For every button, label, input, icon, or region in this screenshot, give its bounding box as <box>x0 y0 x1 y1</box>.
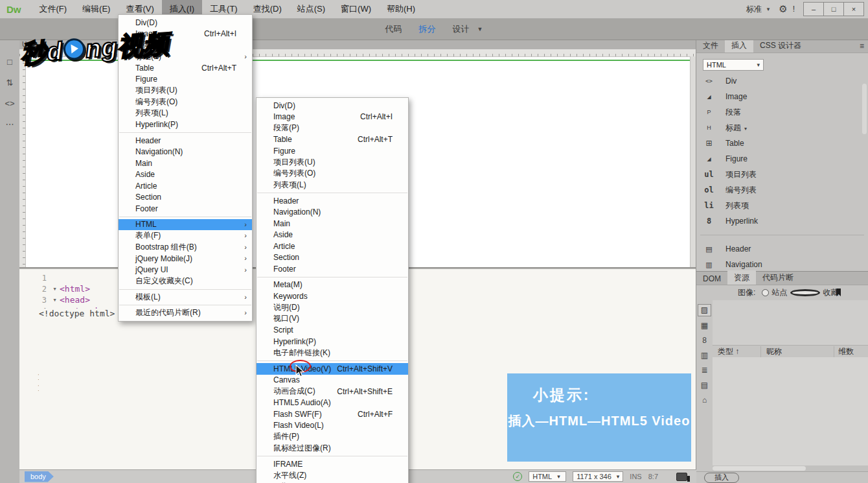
dom-tab[interactable]: DOM <box>696 272 727 285</box>
menu-item[interactable]: 视口(V) › <box>257 313 408 325</box>
menu-item[interactable]: 插件(P) › <box>257 431 408 443</box>
menu-item[interactable]: 电子邮件链接(K) › <box>257 348 408 359</box>
doctype-select[interactable]: HTML ▾ <box>529 471 566 482</box>
menu-item[interactable]: jQuery UI › <box>119 265 252 276</box>
menu-item[interactable]: Flash Video(L) › <box>257 420 408 432</box>
panel-tab[interactable]: CSS 设计器 <box>753 38 808 53</box>
assets-radio[interactable]: 站点 <box>762 287 787 298</box>
menu-item[interactable]: 项目列表(U) › <box>119 85 252 97</box>
insert-panel-item[interactable]: Header <box>696 241 868 257</box>
insert-panel-item[interactable]: 标题 <box>696 120 868 135</box>
dom-tab[interactable]: 代码片断 <box>756 270 800 285</box>
templates-icon[interactable]: ▤ <box>698 380 711 391</box>
menu-item[interactable]: 最近的代码片断(R) › <box>119 307 252 319</box>
sort-icon[interactable]: ⇅ <box>4 77 16 89</box>
menu-item[interactable]: HTML5 Video(V) Ctrl+Alt+Shift+V › <box>257 363 408 375</box>
view-tab[interactable]: 设计 <box>453 23 470 35</box>
design-dropdown-caret[interactable]: ▼ <box>477 26 483 32</box>
fold-arrow-icon[interactable]: ▼ <box>50 298 60 303</box>
insert-panel-item[interactable]: Figure <box>696 151 868 167</box>
menu-item[interactable]: 帮助(H) <box>379 0 423 18</box>
new-file-icon[interactable] <box>839 474 848 482</box>
menu-item[interactable]: Canvas › <box>257 375 408 386</box>
insert-panel-item[interactable]: Image <box>696 89 868 104</box>
menu-item[interactable]: Section › <box>119 192 252 204</box>
scrollbar-thumb[interactable] <box>713 466 806 471</box>
menu-item[interactable]: 站点(S) <box>290 0 333 18</box>
menu-item[interactable]: Bootstrap 组件(B) › <box>119 242 252 253</box>
menu-item[interactable]: 列表项(L) › <box>119 108 252 119</box>
menu-item[interactable]: Hyperlink(P) › <box>119 119 252 131</box>
menu-item[interactable]: Main › <box>119 158 252 169</box>
dom-tab[interactable]: 资源 <box>727 270 756 285</box>
menu-item[interactable]: 编号列表(O) › <box>119 97 252 108</box>
column-dimensions[interactable]: 维数 <box>834 346 868 357</box>
view-tab[interactable]: 代码 <box>385 23 402 35</box>
workspace-switcher[interactable]: 标准 ▾ <box>746 4 770 15</box>
menu-item[interactable]: Table Ctrl+Alt+T › <box>257 134 408 146</box>
minimize-button[interactable]: – <box>803 2 824 16</box>
menu-item[interactable]: IFRAME › <box>257 458 408 470</box>
menu-item[interactable]: 项目列表(U) › <box>257 157 408 169</box>
menu-item[interactable]: Image Ctrl+Alt+I › <box>257 112 408 123</box>
menu-item[interactable]: jQuery Mobile(J) › <box>119 253 252 265</box>
menu-item[interactable]: Article › <box>119 180 252 192</box>
menu-item[interactable]: Footer › <box>257 263 408 275</box>
media-icon[interactable]: ▥ <box>698 350 711 361</box>
insert-panel-item[interactable]: 段落 <box>696 104 868 120</box>
menu-item[interactable]: Div(D) › <box>257 100 408 112</box>
column-nickname[interactable]: 昵称 <box>760 346 834 357</box>
refresh-icon[interactable] <box>824 474 833 482</box>
menu-item[interactable]: 自定义收藏夹(C) › <box>119 276 252 287</box>
menu-item[interactable]: Header › <box>257 195 408 207</box>
bookmark-icon[interactable] <box>836 289 841 296</box>
menu-item[interactable]: Navigation(N) › <box>119 147 252 158</box>
menu-item[interactable]: Keywords › <box>257 290 408 302</box>
menu-item[interactable]: 列表项(L) › <box>257 180 408 191</box>
assets-radio[interactable]: 收藏 <box>790 287 838 298</box>
menu-item[interactable]: Section › <box>257 252 408 264</box>
menu-item[interactable]: Figure › <box>119 74 252 86</box>
menu-item[interactable]: HTML5 Audio(A) › <box>257 397 408 409</box>
menu-item[interactable]: Table Ctrl+Alt+T › <box>119 62 252 74</box>
menu-item[interactable]: Footer › <box>119 203 252 215</box>
menu-item[interactable]: 水平线(Z) › <box>257 470 408 482</box>
delete-icon[interactable] <box>854 474 863 482</box>
menu-item[interactable]: Header › <box>119 135 252 147</box>
menu-item[interactable]: Flash SWF(F) Ctrl+Alt+F › <box>257 408 408 420</box>
menu-item[interactable]: Div(D) › <box>119 17 252 29</box>
menu-item[interactable]: Meta(M) › <box>257 279 408 291</box>
view-tab[interactable]: 拆分 <box>419 23 436 35</box>
fold-arrow-icon[interactable]: ▼ <box>50 287 60 292</box>
assets-list-empty[interactable] <box>713 357 868 465</box>
colors-icon[interactable]: ▦ <box>698 320 711 331</box>
new-folder-icon[interactable] <box>809 474 818 482</box>
panel-menu-icon[interactable]: ≡ <box>860 41 864 51</box>
menu-item[interactable]: 编号列表(O) › <box>257 168 408 180</box>
menu-item[interactable]: Article › <box>257 241 408 252</box>
insert-panel-item[interactable]: 列表项 <box>696 198 868 213</box>
more-icon[interactable]: ⋯ <box>4 119 16 130</box>
panel-tab[interactable]: 插入 <box>725 38 753 53</box>
tag-selector-body[interactable]: body <box>25 471 54 482</box>
menu-item[interactable]: 段落(P) › <box>257 123 408 134</box>
panel-tab[interactable]: 文件 <box>696 38 725 53</box>
menu-item[interactable]: 动画合成(C) Ctrl+Alt+Shift+E › <box>257 386 408 397</box>
menu-item[interactable]: 表单(F) › <box>119 230 252 242</box>
menu-item[interactable]: Main › <box>257 218 408 230</box>
panel-scrollbar[interactable] <box>862 84 867 134</box>
insert-panel-item[interactable]: 项目列表 <box>696 167 868 182</box>
maximize-button[interactable]: □ <box>823 2 844 16</box>
menu-item[interactable]: Aside › <box>257 230 408 241</box>
window-size-select[interactable]: 1171 x 346 ▾ <box>573 471 623 482</box>
menu-item[interactable]: 窗口(W) <box>333 0 379 18</box>
insert-category-select[interactable]: HTML ▾ <box>703 59 764 71</box>
menu-item[interactable]: HTML › <box>119 219 252 231</box>
close-button[interactable]: × <box>843 2 864 16</box>
assets-hscrollbar[interactable] <box>713 465 868 471</box>
menu-item[interactable]: 鼠标经过图像(R) › <box>257 443 408 454</box>
column-type[interactable]: 类型 ↑ <box>713 346 760 357</box>
menu-item[interactable]: Navigation(N) › <box>257 207 408 218</box>
sync-settings-button[interactable]: ⚙ ! <box>779 3 795 15</box>
code-view-icon[interactable]: <> <box>4 98 16 110</box>
